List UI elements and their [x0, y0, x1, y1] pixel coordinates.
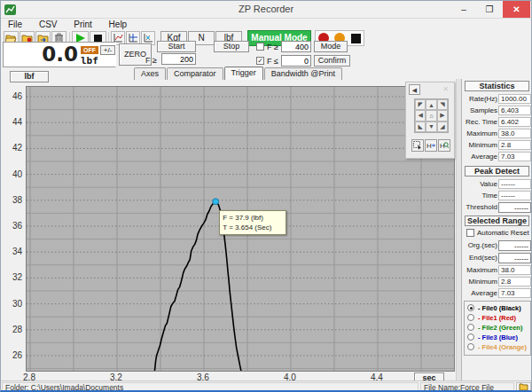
y-axis-tick-label: 36: [1, 221, 22, 231]
menu-csv[interactable]: CSV: [32, 19, 65, 30]
pan-right-button[interactable]: ▶: [437, 110, 448, 121]
peak-detect-header: Peak Detect: [465, 166, 529, 176]
file4-radio[interactable]: [467, 343, 474, 350]
tab-bandwidth-print[interactable]: Bandwidth @Print: [264, 67, 342, 80]
home-reset-button[interactable]: ⌂: [426, 110, 436, 121]
range-stat-label: Minimum: [462, 278, 497, 286]
statistics-header: Statistics: [465, 81, 529, 91]
stat-value: 7.03: [498, 152, 531, 161]
mode-button[interactable]: Mode: [314, 41, 348, 52]
close-button[interactable]: ✕: [503, 1, 530, 18]
stop-le-checkbox[interactable]: ✓: [256, 57, 264, 65]
range-org-input[interactable]: [498, 240, 531, 251]
menu-print[interactable]: Print: [66, 19, 99, 30]
stop-button[interactable]: Stop: [214, 41, 249, 52]
zoom-tool-button[interactable]: H: [438, 139, 450, 152]
panel-close-button[interactable]: ✕: [440, 84, 451, 95]
stat-value: 6,403: [498, 106, 531, 115]
range-stat-value: 7.03: [498, 288, 531, 298]
tab-trigger[interactable]: Trigger: [224, 67, 263, 80]
tooltip-time: T = 3.654 (Sec): [223, 223, 283, 232]
threshold-label: Threshold: [462, 203, 497, 211]
y-axis-tick-label: 40: [1, 169, 22, 179]
stop-le-input[interactable]: [281, 55, 311, 67]
range-stat-value: 2.8: [498, 277, 531, 286]
chart-plot-area[interactable]: F = 37.9 (lbf) T = 3.654 (Sec): [26, 86, 455, 372]
pan-up-button[interactable]: ▲: [426, 99, 436, 110]
automatic-reset-label: Automatic Reset: [477, 229, 529, 237]
stat-label: Rate(Hz): [462, 95, 497, 103]
range-stat-value: 38.0: [498, 265, 531, 275]
file0-radio[interactable]: [467, 304, 474, 311]
stat-value: 38.0: [498, 129, 531, 138]
stat-label: Samples: [462, 106, 497, 114]
pan-tool-button[interactable]: H: [425, 139, 437, 152]
pan-up-left-button[interactable]: ◤: [415, 99, 426, 110]
maximize-button[interactable]: ❐: [477, 1, 502, 18]
y-axis-tick-label: 44: [1, 117, 22, 127]
file1-radio[interactable]: [467, 314, 474, 321]
title-bar: ZP Recorder – ❐ ✕: [1, 1, 531, 19]
pan-left-button[interactable]: ◀: [415, 110, 426, 121]
pan-down-right-button[interactable]: ◢: [437, 122, 448, 132]
pan-down-button[interactable]: ▼: [426, 122, 436, 132]
threshold-input[interactable]: [498, 202, 531, 213]
y-axis-tick-label: 34: [1, 247, 22, 256]
stop-ge-label: F ≥: [267, 43, 278, 51]
y-axis-tick-label: 32: [1, 272, 22, 282]
pan-tool-icon: H: [426, 141, 435, 150]
y-axis-tick-label: 28: [1, 325, 22, 334]
stat-label: Maximum: [462, 129, 497, 137]
control-row: 0.0 OFF +/- lbf ZERO Start F ≥ Stop F ≥ …: [1, 40, 462, 68]
browse-folder-button[interactable]: [516, 382, 531, 392]
menu-file[interactable]: File: [1, 19, 29, 30]
plus-minus-button[interactable]: +/-: [100, 45, 115, 55]
y-axis-labels: 4644424038363432302826: [1, 86, 24, 372]
selected-range-header: Selected Range: [465, 216, 529, 226]
start-threshold-input[interactable]: [161, 53, 196, 65]
app-window: ZP Recorder – ❐ ✕ File CSV Print Help: [0, 0, 532, 392]
file2-radio[interactable]: [467, 324, 474, 331]
confirm-button[interactable]: Confirm: [314, 55, 350, 67]
stop-ge-checkbox[interactable]: [256, 43, 264, 51]
y-axis-tick-label: 38: [1, 195, 22, 205]
file3-radio[interactable]: [467, 333, 474, 341]
measurement-value: 0.0: [4, 43, 78, 67]
stat-value: 2.8: [498, 140, 531, 150]
tab-axes[interactable]: Axes: [134, 67, 166, 80]
pan-down-left-button[interactable]: ◣: [415, 122, 426, 132]
range-stat-label: Average: [462, 289, 497, 297]
pan-up-right-button[interactable]: ◥: [437, 99, 448, 110]
tab-bar: AxesComparatorTriggerBandwidth @Print: [134, 67, 343, 80]
y-axis-tick-label: 26: [1, 350, 22, 360]
chart-nav-panel: ◀ ✕ ◤ ▲ ◥ ◀ ⌂ ▶ ◣ ▼ ◢ H H: [405, 82, 455, 159]
range-end-label: End(sec): [462, 254, 497, 262]
zoom-tool-icon: H: [440, 141, 449, 150]
stat-label: Minimum: [462, 141, 497, 149]
stop-ge-input[interactable]: [281, 41, 311, 52]
tab-comparator[interactable]: Comparator: [167, 67, 223, 80]
peak-label: Time: [462, 192, 497, 200]
range-end-input[interactable]: [498, 253, 531, 263]
stat-label: Average: [462, 153, 497, 161]
stat-value: 1000.00: [498, 94, 531, 104]
menu-bar: File CSV Print Help: [1, 19, 531, 31]
status-bar: Folder: C:\Users\Imada\Documents File Na…: [1, 380, 532, 392]
menu-help[interactable]: Help: [102, 19, 135, 30]
select-tool-icon: [413, 141, 422, 150]
off-badge: OFF: [81, 46, 98, 54]
peak-value: ------: [498, 179, 531, 189]
peak-marker: [213, 199, 219, 205]
status-file-name: File Name:Force File: [420, 382, 514, 392]
chart-tools: H H: [411, 139, 451, 153]
y-axis-unit-button[interactable]: lbf: [10, 71, 49, 82]
panel-collapse-button[interactable]: ◀: [409, 84, 420, 95]
peak-value: ------: [498, 191, 531, 200]
start-button[interactable]: Start: [157, 41, 196, 52]
measurement-unit: lbf: [81, 55, 98, 67]
select-tool-button[interactable]: [411, 139, 424, 152]
stop-le-label: F ≤: [267, 57, 278, 66]
file-select-box: - File0 (Black) - File1 (Red) - File2 (G…: [464, 301, 531, 356]
minimize-button[interactable]: –: [451, 1, 476, 18]
automatic-reset-checkbox[interactable]: [466, 229, 474, 237]
